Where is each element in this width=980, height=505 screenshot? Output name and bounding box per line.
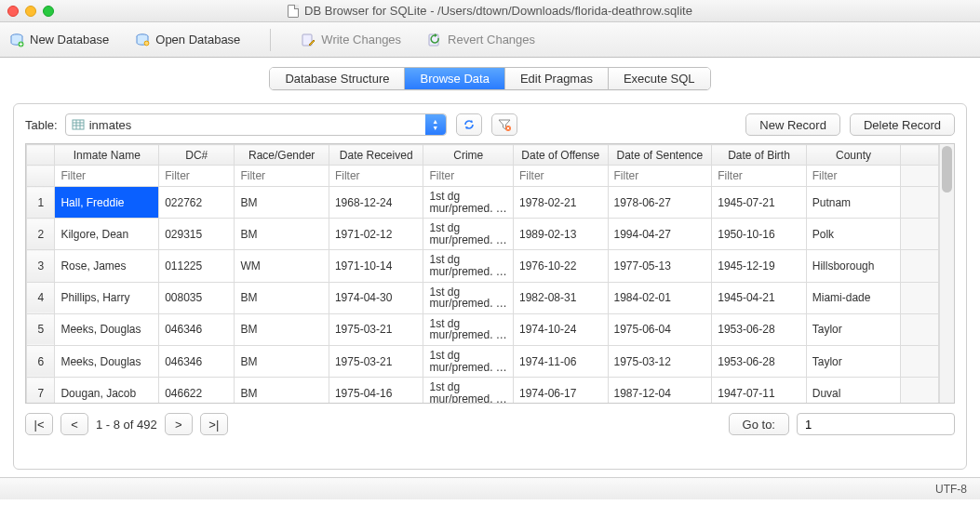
goto-button[interactable]: Go to: <box>729 413 789 435</box>
filter-crime[interactable] <box>423 166 512 186</box>
cell-crime[interactable]: 1st dgmur/premed. … <box>423 282 513 313</box>
col-dc-number[interactable]: DC# <box>159 145 235 166</box>
cell-county[interactable]: Taylor <box>806 313 901 345</box>
filter-date-offense[interactable] <box>514 166 608 186</box>
cell-dc-number[interactable]: 008035 <box>159 282 235 313</box>
cell-date-birth[interactable]: 1953-06-28 <box>712 345 807 377</box>
open-database-button[interactable]: Open Database <box>135 33 240 47</box>
col-race-gender[interactable]: Race/Gender <box>235 145 329 166</box>
table-row[interactable]: 3Rose, James011225WM1971-10-141st dgmur/… <box>27 250 939 282</box>
cell-date-offense[interactable]: 1974-10-24 <box>513 313 608 345</box>
tab-browse-data[interactable]: Browse Data <box>405 68 504 89</box>
cell-date-offense[interactable]: 1978-02-21 <box>513 187 608 219</box>
cell-date-offense[interactable]: 1974-06-17 <box>513 378 608 404</box>
col-inmate-name[interactable]: Inmate Name <box>55 145 159 166</box>
cell-crime[interactable]: 1st dgmur/premed. … <box>423 250 513 282</box>
filter-inmate-name[interactable] <box>55 166 158 186</box>
cell-race-gender[interactable]: WM <box>235 250 329 282</box>
pager-prev-button[interactable]: < <box>60 413 88 435</box>
cell-race-gender[interactable]: BM <box>235 378 329 404</box>
cell-race-gender[interactable]: BM <box>235 282 329 313</box>
cell-county[interactable]: Taylor <box>806 345 901 377</box>
cell-date-birth[interactable]: 1953-06-28 <box>712 313 807 345</box>
cell-date-birth[interactable]: 1945-12-19 <box>712 250 807 282</box>
new-record-button[interactable]: New Record <box>745 113 840 136</box>
table-row[interactable]: 6Meeks, Douglas046346BM1975-03-211st dgm… <box>27 345 939 377</box>
cell-crime[interactable]: 1st dgmur/premed. … <box>423 378 513 404</box>
scrollbar-thumb[interactable] <box>942 146 952 193</box>
cell-race-gender[interactable]: BM <box>235 187 329 219</box>
table-row[interactable]: 5Meeks, Douglas046346BM1975-03-211st dgm… <box>27 313 939 345</box>
cell-date-sentence[interactable]: 1977-05-13 <box>608 250 712 282</box>
cell-date-sentence[interactable]: 1994-04-27 <box>608 219 712 250</box>
pager-last-button[interactable]: >| <box>200 413 228 435</box>
row-number[interactable]: 1 <box>27 187 55 219</box>
cell-race-gender[interactable]: BM <box>235 219 329 250</box>
col-date-birth[interactable]: Date of Birth <box>712 145 807 166</box>
cell-date-received[interactable]: 1971-02-12 <box>329 219 423 250</box>
row-number[interactable]: 2 <box>27 219 55 250</box>
row-number[interactable]: 4 <box>27 282 55 313</box>
cell-race-gender[interactable]: BM <box>235 345 329 377</box>
cell-date-sentence[interactable]: 1978-06-27 <box>608 187 712 219</box>
cell-date-received[interactable]: 1975-03-21 <box>329 313 423 345</box>
pager-first-button[interactable]: |< <box>25 413 53 435</box>
cell-county[interactable]: Miami-dade <box>806 282 901 313</box>
cell-date-offense[interactable]: 1989-02-13 <box>513 219 608 250</box>
row-number-header[interactable] <box>27 145 55 166</box>
cell-inmate-name[interactable]: Hall, Freddie <box>55 187 159 219</box>
vertical-scrollbar[interactable] <box>939 144 954 403</box>
filter-dc-number[interactable] <box>159 166 234 186</box>
cell-date-offense[interactable]: 1976-10-22 <box>513 250 608 282</box>
cell-county[interactable]: Putnam <box>806 187 901 219</box>
cell-date-birth[interactable]: 1947-07-11 <box>712 378 807 404</box>
cell-crime[interactable]: 1st dgmur/premed. … <box>423 219 513 250</box>
filter-race-gender[interactable] <box>235 166 329 186</box>
new-database-button[interactable]: New Database <box>9 33 109 47</box>
cell-date-offense[interactable]: 1974-11-06 <box>513 345 608 377</box>
clear-filters-button[interactable] <box>491 113 517 136</box>
cell-date-sentence[interactable]: 1984-02-01 <box>608 282 712 313</box>
cell-inmate-name[interactable]: Rose, James <box>55 250 159 282</box>
cell-dc-number[interactable]: 022762 <box>159 187 235 219</box>
col-crime[interactable]: Crime <box>423 145 513 166</box>
row-number[interactable]: 3 <box>27 250 55 282</box>
cell-county[interactable]: Duval <box>806 378 901 404</box>
cell-date-birth[interactable]: 1945-07-21 <box>712 187 807 219</box>
cell-crime[interactable]: 1st dgmur/premed. … <box>423 313 513 345</box>
cell-date-received[interactable]: 1975-03-21 <box>329 345 423 377</box>
cell-date-received[interactable]: 1974-04-30 <box>329 282 423 313</box>
pager-next-button[interactable]: > <box>165 413 193 435</box>
filter-date-sentence[interactable] <box>609 166 712 186</box>
cell-inmate-name[interactable]: Meeks, Douglas <box>55 313 159 345</box>
cell-dc-number[interactable]: 046346 <box>159 345 235 377</box>
table-row[interactable]: 4Phillips, Harry008035BM1974-04-301st dg… <box>27 282 939 313</box>
filter-date-received[interactable] <box>329 166 423 186</box>
cell-date-received[interactable]: 1968-12-24 <box>329 187 423 219</box>
revert-changes-button[interactable]: Revert Changes <box>427 33 535 47</box>
cell-date-received[interactable]: 1975-04-16 <box>329 378 423 404</box>
cell-date-sentence[interactable]: 1987-12-04 <box>608 378 712 404</box>
tab-database-structure[interactable]: Database Structure <box>270 68 405 89</box>
cell-date-received[interactable]: 1971-10-14 <box>329 250 423 282</box>
col-date-received[interactable]: Date Received <box>329 145 423 166</box>
cell-inmate-name[interactable]: Meeks, Douglas <box>55 345 159 377</box>
cell-date-offense[interactable]: 1982-08-31 <box>513 282 608 313</box>
tab-execute-sql[interactable]: Execute SQL <box>609 68 710 89</box>
tab-edit-pragmas[interactable]: Edit Pragmas <box>505 68 609 89</box>
cell-dc-number[interactable]: 029315 <box>159 219 235 250</box>
data-grid[interactable]: Inmate Name DC# Race/Gender Date Receive… <box>25 143 955 404</box>
cell-date-birth[interactable]: 1945-04-21 <box>712 282 807 313</box>
table-row[interactable]: 7Dougan, Jacob046622BM1975-04-161st dgmu… <box>27 378 939 404</box>
refresh-button[interactable] <box>456 113 482 136</box>
table-row[interactable]: 2Kilgore, Dean029315BM1971-02-121st dgmu… <box>27 219 939 250</box>
cell-dc-number[interactable]: 011225 <box>159 250 235 282</box>
cell-date-sentence[interactable]: 1975-03-12 <box>608 345 712 377</box>
row-number[interactable]: 6 <box>27 345 55 377</box>
cell-crime[interactable]: 1st dgmur/premed. … <box>423 187 513 219</box>
cell-inmate-name[interactable]: Phillips, Harry <box>55 282 159 313</box>
cell-dc-number[interactable]: 046622 <box>159 378 235 404</box>
cell-county[interactable]: Hillsborough <box>806 250 901 282</box>
table-selector[interactable]: inmates ▲▼ <box>65 113 447 136</box>
col-county[interactable]: County <box>806 145 901 166</box>
